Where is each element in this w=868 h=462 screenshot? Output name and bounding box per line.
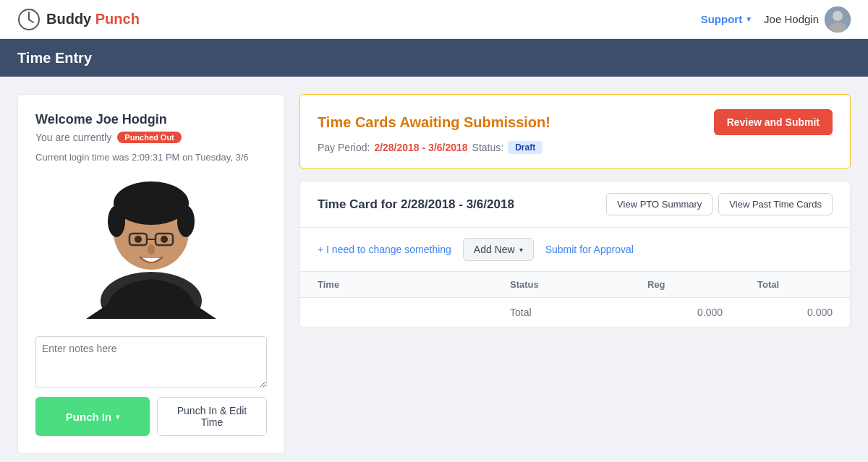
alert-card: Time Cards Awaiting Submission! Review a… — [299, 94, 851, 169]
action-buttons: Punch In ▾ Punch In & Edit Time — [35, 397, 267, 436]
time-card-title: Time Card for 2/28/2018 - 3/6/2018 — [318, 197, 514, 212]
alert-top: Time Cards Awaiting Submission! Review a… — [318, 109, 833, 135]
svg-point-9 — [108, 205, 125, 237]
time-card-table: Time Status Reg Total Total 0.000 0.000 — [300, 272, 850, 328]
add-new-button[interactable]: Add New ▾ — [463, 238, 534, 261]
right-panel: Time Cards Awaiting Submission! Review a… — [299, 94, 851, 454]
submit-for-approval-link[interactable]: Submit for Approval — [545, 244, 634, 255]
notes-input[interactable] — [35, 336, 267, 388]
welcome-text: Welcome Joe Hodgin — [35, 112, 167, 127]
status-row: You are currently Punched Out — [35, 132, 182, 143]
total-label: Total — [493, 298, 630, 328]
header-buttons: View PTO Summary View Past Time Cards — [606, 193, 833, 215]
login-time: Current login time was 2:09:31 PM on Tue… — [35, 152, 249, 163]
alert-meta: Pay Period: 2/28/2018 - 3/6/2018 Status:… — [318, 141, 833, 154]
view-pto-button[interactable]: View PTO Summary — [606, 193, 712, 215]
main-content: Welcome Joe Hodgin You are currently Pun… — [0, 77, 868, 462]
col-header-reg: Reg — [630, 272, 740, 298]
col-header-total: Total — [740, 272, 850, 298]
total-total: 0.000 — [740, 298, 850, 328]
brand-text: Buddy Punch — [46, 11, 140, 27]
support-link[interactable]: Support ▼ — [701, 13, 752, 25]
col-header-status: Status — [493, 272, 630, 298]
svg-point-15 — [161, 236, 168, 243]
brand: Buddy Punch — [17, 8, 140, 31]
page-header: Time Entry — [0, 39, 868, 77]
table-header-row: Time Status Reg Total — [300, 272, 850, 298]
punch-in-edit-button[interactable]: Punch In & Edit Time — [157, 397, 267, 436]
user-info: Joe Hodgin — [764, 7, 851, 33]
navbar: Buddy Punch Support ▼ Joe Hodgin — [0, 0, 868, 39]
svg-point-14 — [135, 236, 142, 243]
user-photo — [86, 174, 216, 319]
pay-period-dates: 2/28/2018 - 3/6/2018 — [374, 142, 467, 153]
punch-in-button[interactable]: Punch In ▾ — [35, 397, 150, 436]
change-something-link[interactable]: + I need to change something — [318, 244, 451, 255]
svg-point-4 — [833, 11, 843, 21]
left-panel: Welcome Joe Hodgin You are currently Pun… — [17, 94, 285, 454]
actions-row: + I need to change something Add New ▾ S… — [300, 228, 850, 272]
time-card: Time Card for 2/28/2018 - 3/6/2018 View … — [299, 181, 851, 328]
page-title: Time Entry — [17, 50, 92, 67]
time-card-header: Time Card for 2/28/2018 - 3/6/2018 View … — [300, 181, 850, 228]
alert-title: Time Cards Awaiting Submission! — [318, 114, 550, 131]
chevron-down-icon: ▼ — [745, 15, 752, 23]
review-submit-button[interactable]: Review and Submit — [714, 109, 833, 135]
avatar — [825, 7, 851, 33]
svg-point-16 — [148, 244, 155, 254]
total-reg: 0.000 — [630, 298, 740, 328]
chevron-down-icon: ▾ — [116, 413, 119, 421]
draft-badge: Draft — [508, 141, 542, 154]
svg-point-10 — [177, 205, 195, 237]
table-row: Total 0.000 0.000 — [300, 298, 850, 328]
view-past-time-cards-button[interactable]: View Past Time Cards — [718, 193, 833, 215]
chevron-down-icon: ▾ — [519, 246, 523, 254]
navbar-right: Support ▼ Joe Hodgin — [701, 7, 851, 33]
brand-logo-icon — [17, 8, 41, 31]
punched-out-badge: Punched Out — [117, 132, 181, 143]
svg-line-2 — [29, 20, 33, 22]
col-header-time: Time — [300, 272, 493, 298]
